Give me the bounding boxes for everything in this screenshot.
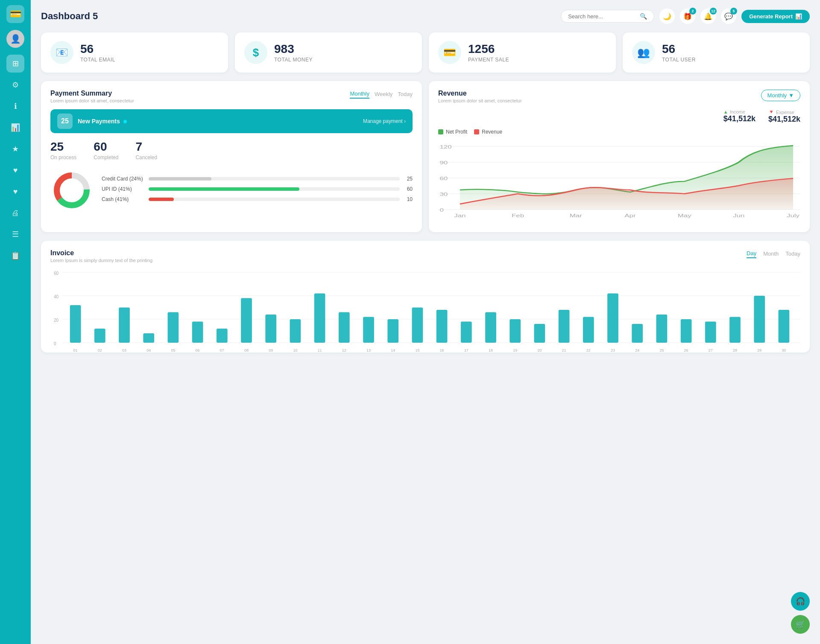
main-content: Dashboard 5 🔍 🌙 🎁 2 🔔 12 💬 5 Generate Re… (31, 0, 820, 644)
invoice-bar[interactable] (779, 310, 790, 343)
sidebar-item-analytics[interactable]: 📊 (6, 119, 24, 137)
user-label: TOTAL USER (662, 57, 696, 63)
invoice-bar[interactable] (510, 319, 521, 343)
svg-text:0: 0 (54, 341, 56, 346)
svg-text:60: 60 (54, 271, 59, 276)
invoice-x-label: 10 (293, 348, 297, 353)
revenue-dropdown[interactable]: Monthly ▼ (761, 90, 800, 101)
generate-report-label: Generate Report (749, 13, 793, 20)
invoice-bar[interactable] (363, 317, 374, 343)
sidebar-item-print[interactable]: 🖨 (6, 204, 24, 222)
invoice-bar[interactable] (168, 312, 179, 343)
completed-num: 60 (94, 140, 118, 154)
svg-text:40: 40 (54, 294, 59, 299)
tab-weekly[interactable]: Weekly (375, 90, 392, 98)
revenue-subtitle: Lorem ipsum dolor sit amet, consectetur (438, 98, 522, 103)
invoice-bar[interactable] (754, 296, 765, 343)
stat-canceled: 7 Canceled (135, 140, 157, 160)
invoice-bar[interactable] (461, 322, 472, 343)
cart-button[interactable]: 🛒 (791, 615, 810, 634)
manage-payment-link[interactable]: Manage payment › (363, 118, 406, 124)
payment-bottom: Credit Card (24%) 25 UPI ID (41%) 60 (50, 169, 413, 213)
income-label: ▲ Income (723, 109, 756, 114)
tab-today[interactable]: Today (785, 250, 800, 258)
bar-val-upi: 60 (404, 186, 413, 192)
sidebar-item-list[interactable]: 📋 (6, 247, 24, 265)
invoice-x-label: 17 (464, 348, 469, 353)
invoice-bar[interactable] (705, 322, 716, 343)
svg-text:Apr: Apr (624, 213, 636, 218)
invoice-bar[interactable] (192, 322, 203, 343)
net-profit-dot (438, 129, 443, 134)
gift-button[interactable]: 🎁 2 (680, 9, 695, 24)
invoice-x-label: 24 (635, 348, 639, 353)
revenue-label: Revenue (482, 129, 502, 135)
invoice-bar[interactable] (290, 319, 301, 343)
invoice-bar[interactable] (94, 329, 105, 343)
chat-button[interactable]: 💬 5 (721, 9, 736, 24)
invoice-bar[interactable] (559, 310, 570, 343)
bell-button[interactable]: 🔔 12 (700, 9, 716, 24)
invoice-bar[interactable] (607, 294, 618, 343)
sidebar-item-settings[interactable]: ⚙ (6, 76, 24, 94)
invoice-bar[interactable] (143, 333, 154, 343)
support-button[interactable]: 🎧 (791, 592, 810, 611)
income-val: $41,512k (723, 114, 756, 123)
invoice-bar[interactable] (656, 315, 668, 343)
revenue-header: Revenue Lorem ipsum dolor sit amet, cons… (438, 90, 800, 103)
invoice-x-label: 26 (684, 348, 688, 353)
invoice-bar[interactable] (681, 319, 692, 343)
invoice-x-label: 04 (146, 348, 151, 353)
bar-track-cash (149, 198, 400, 201)
invoice-bar[interactable] (632, 324, 643, 343)
email-label: TOTAL EMAIL (80, 57, 115, 63)
invoice-bar[interactable] (241, 298, 252, 343)
sidebar-item-hearts1[interactable]: ♥ (6, 161, 24, 179)
invoice-bar[interactable] (314, 294, 325, 343)
search-box: 🔍 (561, 10, 654, 23)
money-label: TOTAL MONEY (274, 57, 313, 63)
user-avatar[interactable]: 👤 (6, 30, 24, 48)
sidebar-item-hearts2[interactable]: ♥ (6, 183, 24, 201)
bar-row-upi: UPI ID (41%) 60 (102, 186, 413, 192)
invoice-bar[interactable] (70, 305, 81, 343)
sidebar-item-dashboard[interactable]: ⊞ (6, 55, 24, 73)
net-profit-label: Net Profit (446, 129, 467, 135)
invoice-x-label: 06 (196, 348, 200, 353)
invoice-bar[interactable] (485, 312, 496, 343)
tab-month[interactable]: Month (763, 250, 779, 258)
invoice-x-label: 29 (757, 348, 761, 353)
header-actions: 🔍 🌙 🎁 2 🔔 12 💬 5 Generate Report 📊 (561, 9, 810, 24)
bar-label-upi: UPI ID (41%) (102, 186, 144, 192)
tab-today[interactable]: Today (398, 90, 413, 98)
svg-text:Jun: Jun (733, 213, 744, 218)
tab-monthly[interactable]: Monthly (350, 90, 369, 99)
invoice-bar[interactable] (265, 315, 276, 343)
sidebar-logo[interactable]: 💳 (6, 5, 24, 23)
search-input[interactable] (568, 13, 636, 20)
invoice-bar[interactable] (412, 308, 423, 343)
revenue-dropdown-label: Monthly (767, 92, 787, 99)
payment-label: PAYMENT SALE (468, 57, 509, 63)
invoice-bar[interactable] (583, 317, 594, 343)
invoice-bar[interactable] (436, 310, 448, 343)
invoice-bar[interactable] (534, 324, 545, 343)
invoice-bar[interactable] (339, 312, 350, 343)
invoice-bar[interactable] (387, 319, 398, 343)
sidebar-item-info[interactable]: ℹ (6, 97, 24, 115)
moon-button[interactable]: 🌙 (659, 9, 675, 24)
generate-report-button[interactable]: Generate Report 📊 (741, 10, 810, 23)
sidebar-item-menu[interactable]: ☰ (6, 225, 24, 243)
invoice-bar[interactable] (217, 329, 228, 343)
payment-count: 1256 (468, 42, 509, 56)
invoice-x-label: 11 (318, 348, 322, 353)
stat-user-info: 56 TOTAL USER (662, 42, 696, 63)
invoice-bar[interactable] (729, 317, 741, 343)
chat-badge: 5 (730, 8, 737, 15)
invoice-bar[interactable] (119, 308, 130, 343)
revenue-titles: Revenue Lorem ipsum dolor sit amet, cons… (438, 90, 522, 103)
tab-day[interactable]: Day (747, 249, 756, 258)
sidebar-item-favorites[interactable]: ★ (6, 140, 24, 158)
on-process-num: 25 (50, 140, 76, 154)
invoice-x-label: 14 (391, 348, 395, 353)
